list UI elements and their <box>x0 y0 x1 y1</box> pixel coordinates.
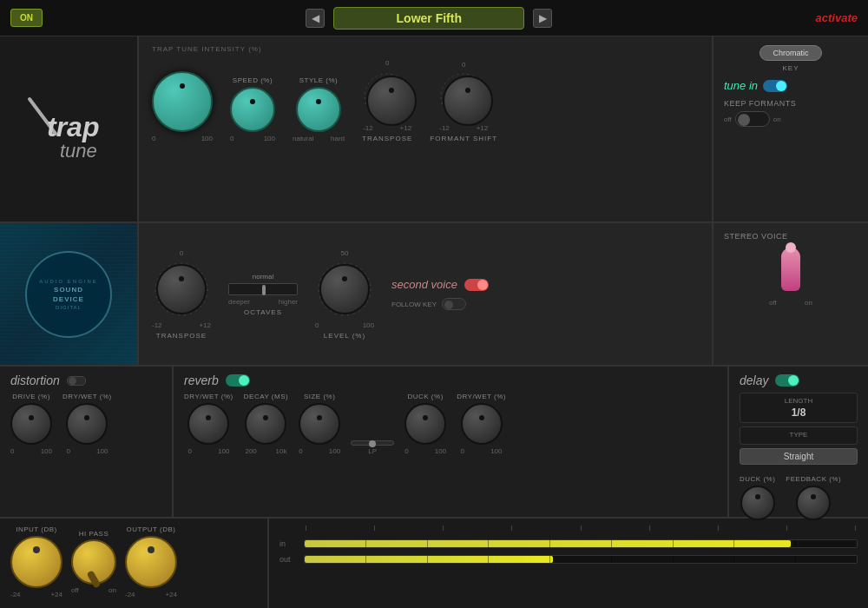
second-voice-toggle[interactable] <box>464 279 489 291</box>
meter-in-track <box>304 539 858 548</box>
key-label: KEY <box>782 64 799 72</box>
svg-text:trap: trap <box>47 111 99 142</box>
tune-in-section: tune in <box>724 79 858 92</box>
size-knob[interactable] <box>299 403 340 445</box>
meter-out-track <box>304 555 858 564</box>
sounddevice-panel: AUDIO ENGINE SOUND DEVICE DIGITAL <box>0 223 139 365</box>
dist-drywet-range: 0 100 <box>66 447 108 455</box>
delay-duck-knob[interactable] <box>740 486 775 520</box>
speed-knob-group: SPEED (%) 0 100 <box>230 76 275 142</box>
meter-out-ticks <box>305 556 857 563</box>
output-knob[interactable] <box>125 536 177 588</box>
second-voice-thumb <box>477 280 488 290</box>
formant-shift-label: FORMANT SHIFT <box>430 135 497 142</box>
stereo-voice-lever[interactable] <box>778 248 804 295</box>
key-section: Chromatic KEY <box>724 45 858 72</box>
formant-shift-knob[interactable] <box>443 76 493 126</box>
hi-pass-offon: off on <box>71 586 116 594</box>
meters-panel: in out <box>269 519 868 608</box>
reverb-drywet2-knob[interactable] <box>461 403 503 445</box>
lp-slider[interactable] <box>351 440 394 446</box>
follow-key-label: FOLLOW KEY <box>391 301 437 308</box>
level-knob[interactable] <box>319 264 370 314</box>
second-voice-label: second voice <box>391 278 457 291</box>
prev-preset-button[interactable]: ◀ <box>306 9 325 28</box>
preset-name[interactable]: Lower Fifth <box>333 7 524 30</box>
distortion-toggle[interactable] <box>67 376 86 386</box>
keep-formants-label: KEEP FORMANTS <box>724 99 858 108</box>
sounddevice-badge: AUDIO ENGINE SOUND DEVICE DIGITAL <box>25 251 112 338</box>
delay-length-value: 1/8 <box>747 406 850 419</box>
delay-length-label: LENGTH <box>747 397 850 405</box>
follow-key-toggle[interactable] <box>442 298 466 310</box>
distortion-header: distortion <box>10 373 161 387</box>
lp-thumb <box>369 440 376 447</box>
row1-center: TRAP TUNE INTENSITY (%) 0 100 SPEED (%) <box>139 36 712 221</box>
tune-in-toggle[interactable] <box>763 80 787 92</box>
r2-transpose-range: -12 +12 <box>152 321 211 329</box>
sd-bottom-text: DIGITAL <box>56 305 82 310</box>
r2-transpose-group: 0 -12 +12 TRANSPOSE <box>152 249 211 340</box>
reverb-duck-label: DUCK (%) <box>407 393 443 400</box>
top-bar: ON ◀ Lower Fifth ▶ activate <box>0 0 868 36</box>
svg-text:tune: tune <box>60 140 97 162</box>
formant-shift-knob-wrap <box>438 71 489 122</box>
hi-pass-label: HI PASS <box>79 530 108 538</box>
io-panel: INPUT (dB) -24 +24 HI PASS <box>0 519 269 608</box>
row4-io: INPUT (dB) -24 +24 HI PASS <box>0 519 868 608</box>
distortion-knobs: DRIVE (%) 0 100 DRY/WET (%) 0 <box>10 393 161 455</box>
size-label: SIZE (%) <box>304 393 335 400</box>
lp-label: LP <box>368 447 377 455</box>
feedback-knob[interactable] <box>796 486 831 520</box>
reverb-drywet-range: 0 100 <box>187 447 229 455</box>
decay-group: DECAY (ms) 200 10k <box>244 393 288 455</box>
level-50: 50 <box>341 249 349 257</box>
chromatic-button[interactable]: Chromatic <box>760 45 821 61</box>
style-range: natural hard <box>293 135 345 142</box>
row3-effects: distortion DRIVE (%) 0 100 DR <box>0 367 868 519</box>
input-label: INPUT (dB) <box>16 525 57 533</box>
keep-formants-toggle[interactable] <box>735 111 770 127</box>
reverb-drywet-knob[interactable] <box>187 403 229 445</box>
feedback-label: FEEDBACK (%) <box>786 475 841 483</box>
reverb-toggle[interactable] <box>226 374 250 387</box>
r1-transpose-knob[interactable] <box>366 76 417 126</box>
row2: AUDIO ENGINE SOUND DEVICE DIGITAL 0 <box>0 223 868 367</box>
delay-type-value[interactable]: Straight <box>740 448 858 465</box>
kf-on: on <box>773 116 781 123</box>
meter-ticks-top <box>304 525 858 531</box>
delay-toggle-thumb <box>788 375 799 386</box>
reverb-duck-group: DUCK (%) 0 100 <box>404 393 446 455</box>
tune-in-thumb <box>776 81 786 91</box>
input-knob[interactable] <box>10 536 62 588</box>
keep-formants-thumb <box>738 114 750 126</box>
input-group: INPUT (dB) -24 +24 <box>10 525 62 598</box>
octaves-slider[interactable] <box>228 283 298 295</box>
reverb-drywet2-label: DRY/WET (%) <box>457 393 506 400</box>
sounddevice-text1: SOUND <box>54 286 83 294</box>
delay-duck-label: DUCK (%) <box>740 475 775 483</box>
style-knob-group: STYLE (%) natural hard <box>293 76 345 142</box>
octaves-label: OCTAVES <box>244 308 282 316</box>
row2-center: 0 -12 +12 TRANSPOSE normal <box>139 223 712 365</box>
reverb-header: reverb <box>184 373 717 387</box>
style-knob[interactable] <box>296 87 341 132</box>
hi-pass-knob[interactable] <box>71 539 116 585</box>
on-button[interactable]: ON <box>10 9 43 27</box>
drive-knob[interactable] <box>10 403 52 445</box>
reverb-duck-knob[interactable] <box>404 403 446 445</box>
r2-transpose-knob[interactable] <box>156 264 207 314</box>
row1: trap tune TRAP TUNE INTENSITY (%) 0 100 <box>0 36 868 223</box>
dist-drywet-knob[interactable] <box>66 403 108 445</box>
decay-label: DECAY (ms) <box>244 393 288 400</box>
activate-button[interactable]: activate <box>816 11 858 24</box>
intensity-knob[interactable] <box>152 71 213 132</box>
delay-toggle[interactable] <box>775 374 799 387</box>
level-group: 50 0 100 LEVEL (%) <box>315 249 374 340</box>
reverb-toggle-thumb <box>239 375 249 386</box>
decay-knob[interactable] <box>245 403 286 445</box>
octaves-labels: deeper higher <box>228 298 298 306</box>
octaves-thumb <box>262 285 266 295</box>
speed-knob[interactable] <box>230 87 275 132</box>
next-preset-button[interactable]: ▶ <box>533 9 552 28</box>
